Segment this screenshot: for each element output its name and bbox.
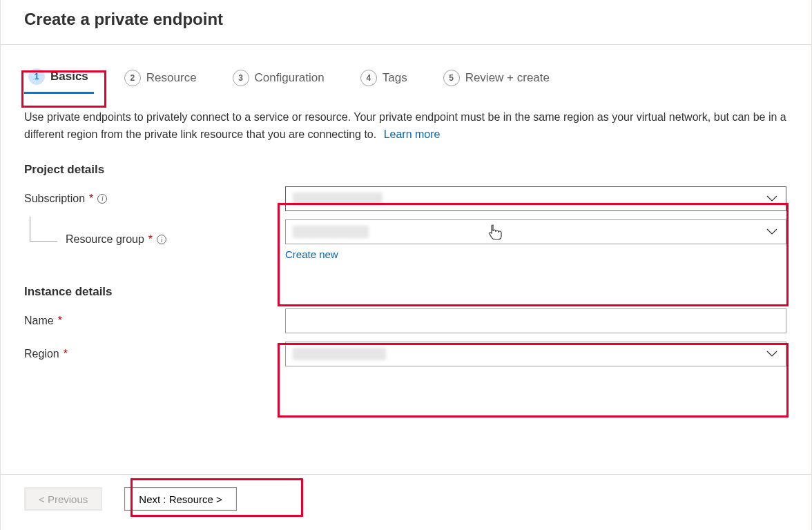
- wizard-footer: < Previous Next : Resource >: [1, 474, 811, 530]
- chevron-down-icon: [766, 351, 777, 357]
- subscription-select[interactable]: [285, 186, 786, 211]
- field-subscription: Subscription * i: [24, 186, 788, 211]
- redacted-value: [293, 226, 369, 238]
- redacted-value: [293, 193, 383, 205]
- region-label: Region *: [24, 348, 285, 360]
- learn-more-link[interactable]: Learn more: [384, 128, 441, 140]
- tab-label: Basics: [50, 70, 88, 84]
- tab-resource[interactable]: 2 Resource: [120, 66, 202, 93]
- tab-step-number: 4: [360, 70, 377, 86]
- tab-review-create[interactable]: 5 Review + create: [439, 66, 555, 93]
- previous-button: < Previous: [24, 487, 102, 511]
- section-instance-details: Instance details: [24, 285, 788, 299]
- tab-step-number: 3: [233, 70, 249, 86]
- tab-configuration[interactable]: 3 Configuration: [229, 66, 330, 93]
- chevron-down-icon: [766, 195, 777, 202]
- subscription-label: Subscription * i: [24, 193, 285, 205]
- next-button[interactable]: Next : Resource >: [124, 487, 236, 511]
- tab-step-number: 2: [124, 70, 141, 86]
- required-marker: *: [89, 193, 93, 205]
- field-name: Name *: [24, 308, 788, 333]
- info-icon[interactable]: i: [157, 235, 166, 244]
- intro-text: Use private endpoints to privately conne…: [24, 109, 788, 144]
- page-title: Create a private endpoint: [24, 10, 788, 29]
- name-input[interactable]: [285, 308, 786, 333]
- label-text: Subscription: [24, 193, 85, 205]
- tab-label: Review + create: [465, 71, 550, 85]
- name-control: [285, 308, 786, 333]
- region-select[interactable]: [285, 342, 786, 366]
- tab-basics[interactable]: 1 Basics: [24, 64, 94, 94]
- required-marker: *: [148, 233, 153, 246]
- resource-group-control: Create new: [285, 219, 786, 260]
- content-area: 1 Basics 2 Resource 3 Configuration 4 Ta…: [1, 45, 811, 389]
- create-new-link[interactable]: Create new: [285, 248, 338, 260]
- label-text: Resource group: [66, 233, 144, 246]
- tab-step-number: 5: [443, 70, 460, 86]
- tab-tags[interactable]: 4 Tags: [356, 66, 413, 93]
- name-label: Name *: [24, 315, 285, 327]
- tab-label: Tags: [383, 71, 407, 85]
- label-text: Name: [24, 315, 54, 327]
- tab-label: Configuration: [255, 71, 325, 85]
- wizard-tabs: 1 Basics 2 Resource 3 Configuration 4 Ta…: [24, 64, 788, 94]
- tab-step-number: 1: [28, 68, 45, 85]
- required-marker: *: [58, 315, 62, 327]
- page-header: Create a private endpoint: [1, 0, 811, 45]
- field-region: Region *: [24, 342, 788, 366]
- region-control: [285, 342, 786, 366]
- field-resource-group: Resource group * i Create new: [24, 219, 788, 260]
- chevron-down-icon: [766, 228, 777, 235]
- redacted-value: [293, 348, 386, 360]
- required-marker: *: [64, 348, 68, 360]
- hierarchy-line-icon: [30, 217, 57, 242]
- label-text: Region: [24, 348, 59, 360]
- resource-group-select[interactable]: [285, 219, 786, 244]
- page: Create a private endpoint 1 Basics 2 Res…: [0, 0, 812, 530]
- info-icon[interactable]: i: [97, 194, 107, 204]
- resource-group-label: Resource group * i: [24, 233, 285, 246]
- subscription-control: [285, 186, 786, 211]
- tab-label: Resource: [146, 71, 197, 85]
- section-project-details: Project details: [24, 163, 788, 177]
